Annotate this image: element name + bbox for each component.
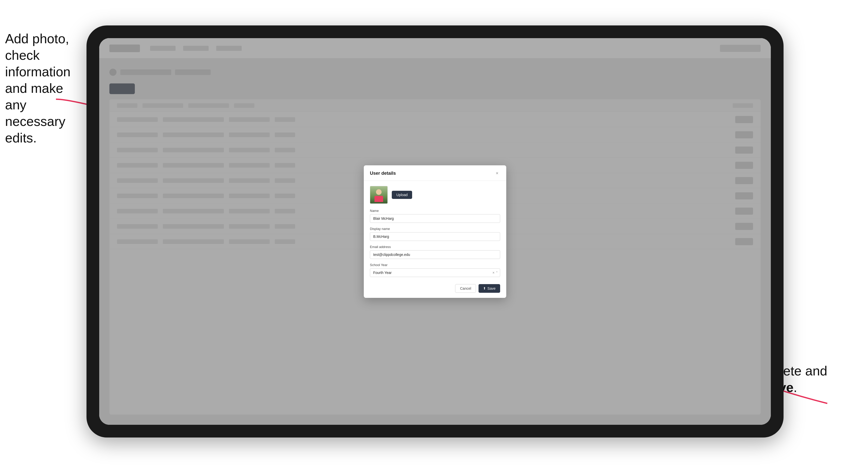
school-year-label: School Year: [370, 263, 500, 267]
display-name-field-group: Display name: [370, 227, 500, 241]
name-input[interactable]: [370, 214, 500, 223]
save-label: Save: [488, 286, 496, 290]
cancel-button[interactable]: Cancel: [455, 284, 476, 293]
photo-person-image: [370, 186, 388, 204]
display-name-input[interactable]: [370, 232, 500, 241]
modal-footer: Cancel ⬆ Save: [364, 283, 506, 298]
select-chevron-icon: ⌃: [496, 271, 498, 274]
save-icon: ⬆: [483, 286, 486, 290]
email-field-group: Email address: [370, 245, 500, 259]
display-name-label: Display name: [370, 227, 500, 231]
name-field-group: Name: [370, 209, 500, 223]
school-year-select-wrapper: Fourth Year First Year Second Year Third…: [370, 268, 500, 277]
app-background: User details × Upload: [99, 38, 771, 425]
modal-overlay: User details × Upload: [99, 38, 771, 425]
school-year-select[interactable]: Fourth Year First Year Second Year Third…: [370, 268, 500, 277]
select-clear-icon[interactable]: ×: [493, 271, 495, 275]
modal-close-button[interactable]: ×: [494, 170, 500, 177]
modal-body: Upload Name Display name: [364, 181, 506, 283]
annotation-left: Add photo, check information and make an…: [5, 31, 76, 146]
photo-section: Upload: [370, 186, 500, 204]
select-icons: × ⌃: [493, 271, 498, 275]
user-details-modal: User details × Upload: [364, 165, 506, 298]
name-label: Name: [370, 209, 500, 213]
tablet-screen: User details × Upload: [99, 38, 771, 425]
modal-title: User details: [370, 171, 396, 176]
photo-thumbnail: [370, 186, 388, 204]
modal-header: User details ×: [364, 165, 506, 181]
email-input[interactable]: [370, 250, 500, 259]
school-year-field-group: School Year Fourth Year First Year Secon…: [370, 263, 500, 277]
email-label: Email address: [370, 245, 500, 249]
save-button[interactable]: ⬆ Save: [478, 284, 500, 293]
tablet-shell: User details × Upload: [87, 25, 783, 437]
upload-photo-button[interactable]: Upload: [392, 191, 412, 199]
